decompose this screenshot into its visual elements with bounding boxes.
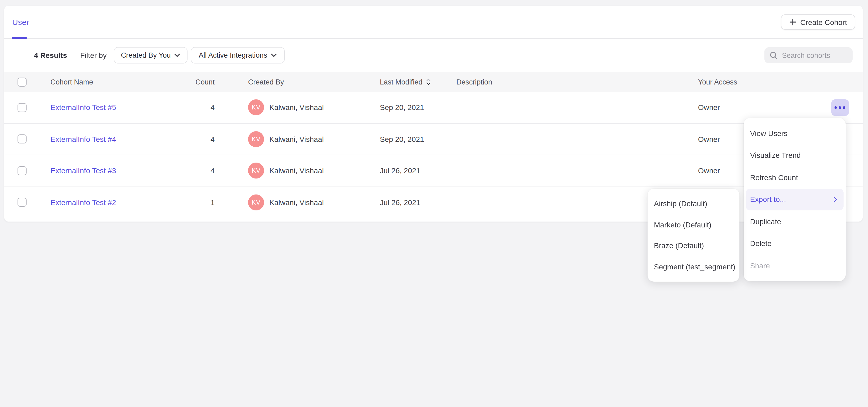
table-row: ExternalInfo Test #4 4 KV Kalwani, Visha… [4,124,863,155]
chevron-down-icon [271,53,277,57]
column-header-your-access[interactable]: Your Access [692,78,817,86]
export-submenu-item[interactable]: Airship (Default) [650,193,737,214]
avatar: KV [248,131,264,147]
search-input[interactable]: Search cohorts [765,47,852,63]
column-header-description[interactable]: Description [453,78,692,86]
context-menu-item-label: View Users [750,129,787,137]
cohort-name-link[interactable]: ExternalInfo Test #4 [51,135,116,144]
row-checkbox[interactable] [18,166,27,175]
cohort-count: 4 [183,103,217,112]
cohort-count: 4 [183,135,217,144]
avatar: KV [248,163,264,179]
divider [71,50,71,61]
table-row: ExternalInfo Test #3 4 KV Kalwani, Visha… [4,155,863,187]
table-row: ExternalInfo Test #5 4 KV Kalwani, Visha… [4,92,863,124]
export-submenu-item[interactable]: Braze (Default) [650,235,737,256]
row-checkbox[interactable] [18,135,27,144]
chevron-down-icon [175,53,180,57]
last-modified-cell: Sep 20, 2021 [371,103,453,112]
export-submenu-item[interactable]: Marketo (Default) [650,214,737,235]
cohort-name-link[interactable]: ExternalInfo Test #2 [51,198,116,207]
row-context-menu: View Users Visualize Trend Refresh Count… [744,118,846,281]
context-menu-item-label: Share [750,261,770,270]
export-submenu: Airship (Default) Marketo (Default) Braz… [648,189,739,282]
creator-name: Kalwani, Vishaal [269,166,324,175]
context-menu-item-label: Export to... [750,195,786,204]
creator-name: Kalwani, Vishaal [269,198,324,207]
last-modified-cell: Jul 26, 2021 [371,166,453,175]
created-by-cell: KV Kalwani, Vishaal [217,163,371,179]
context-menu-item[interactable]: Duplicate [746,211,843,232]
column-header-count[interactable]: Count [183,78,217,86]
created-by-dropdown-label: Created By You [121,51,171,59]
context-menu-item[interactable]: View Users [746,122,843,144]
created-by-cell: KV Kalwani, Vishaal [217,131,371,147]
context-menu-item[interactable]: Share [746,254,843,277]
tab-bar: User Create Cohort [4,6,863,39]
context-menu-item[interactable]: Delete [746,232,843,254]
filter-by-label: Filter by [80,51,107,60]
creator-name: Kalwani, Vishaal [269,103,324,112]
context-menu-item-label: Refresh Count [750,173,798,182]
create-cohort-button[interactable]: Create Cohort [781,14,855,30]
ellipsis-icon [835,106,837,109]
context-menu-item[interactable]: Visualize Trend [746,144,843,166]
filter-bar: 4 Results Filter by Created By You All A… [4,39,863,72]
last-modified-cell: Jul 26, 2021 [371,198,453,207]
context-menu-item[interactable]: Refresh Count [746,166,843,188]
sort-desc-icon[interactable] [426,79,431,85]
cohorts-page: User Create Cohort 4 Results Filter by C… [0,0,868,407]
chevron-right-icon [834,196,837,202]
cohort-name-link[interactable]: ExternalInfo Test #3 [51,166,116,175]
cohort-count: 4 [183,166,217,175]
row-actions-button[interactable] [831,99,848,116]
cohort-name-link[interactable]: ExternalInfo Test #5 [51,103,116,112]
search-placeholder: Search cohorts [782,51,830,59]
column-header-cohort-name[interactable]: Cohort Name [40,78,183,86]
active-tab-underline [12,37,27,39]
context-menu-item-label: Visualize Trend [750,151,801,160]
row-checkbox[interactable] [18,103,27,112]
row-checkbox[interactable] [18,198,27,207]
integrations-dropdown-label: All Active Integrations [199,51,267,59]
access-cell: Owner [692,103,817,112]
column-header-last-modified[interactable]: Last Modified [371,78,453,86]
context-menu-item-label: Delete [750,239,772,248]
create-cohort-label: Create Cohort [800,18,847,26]
creator-name: Kalwani, Vishaal [269,135,324,144]
search-icon [770,51,778,59]
created-by-dropdown[interactable]: Created By You [114,47,188,63]
avatar: KV [248,100,264,116]
table-header: Cohort Name Count Created By Last Modifi… [4,72,863,92]
context-menu-item[interactable]: Export to... [746,188,843,211]
created-by-cell: KV Kalwani, Vishaal [217,100,371,116]
last-modified-cell: Sep 20, 2021 [371,135,453,144]
created-by-cell: KV Kalwani, Vishaal [217,194,371,211]
results-count: 4 Results [34,51,67,60]
column-header-created-by[interactable]: Created By [217,78,371,86]
export-submenu-item[interactable]: Segment (test_segment) [650,256,737,277]
plus-icon [789,19,796,26]
avatar: KV [248,194,264,211]
integrations-dropdown[interactable]: All Active Integrations [191,47,285,63]
select-all-checkbox[interactable] [18,77,27,86]
tab-user[interactable]: User [12,18,29,27]
context-menu-item-label: Duplicate [750,217,781,226]
cohort-count: 1 [183,198,217,207]
